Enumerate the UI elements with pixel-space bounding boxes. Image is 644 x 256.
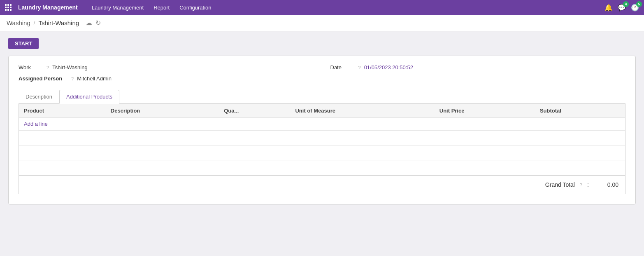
col-unit-price: Unit Price bbox=[435, 104, 535, 117]
products-table: Product Description Qua... Unit of Measu… bbox=[19, 104, 625, 175]
save-cloud-icon[interactable]: ☁ bbox=[86, 19, 92, 27]
grand-total-value: 0.00 bbox=[594, 181, 618, 188]
assigned-person-value: Mitchell Admin bbox=[77, 75, 112, 82]
work-field-row: Work ? Tshirt-Washing bbox=[19, 64, 314, 70]
table-row bbox=[19, 131, 625, 146]
col-quantity: Qua... bbox=[219, 104, 290, 117]
date-field-row: Date ? 01/05/2023 20:50:52 bbox=[330, 64, 626, 70]
topnav-menu: Laundry Management Report Configuration bbox=[88, 2, 216, 13]
menu-report[interactable]: Report bbox=[149, 2, 174, 13]
notifications-bell-icon[interactable]: 🔔 bbox=[604, 4, 613, 12]
add-line-cell: Add a line bbox=[19, 117, 625, 131]
grand-total-help-icon[interactable]: ? bbox=[580, 182, 582, 187]
messages-icon[interactable]: 💬 4 bbox=[618, 4, 626, 12]
grand-total-row: Grand Total ? : 0.00 bbox=[19, 175, 625, 194]
breadcrumb: Washing / Tshirt-Washing ☁ ↻ bbox=[0, 15, 644, 31]
menu-configuration[interactable]: Configuration bbox=[175, 2, 215, 13]
breadcrumb-separator: / bbox=[34, 20, 35, 26]
timer-icon[interactable]: 🕐 5 bbox=[631, 4, 639, 12]
date-label: Date bbox=[330, 64, 355, 70]
grand-total-colon: : bbox=[587, 181, 589, 188]
add-line-link[interactable]: Add a line bbox=[24, 121, 48, 127]
col-unit-of-measure: Unit of Measure bbox=[290, 104, 434, 117]
work-help[interactable]: ? bbox=[46, 65, 49, 70]
breadcrumb-icons: ☁ ↻ bbox=[86, 19, 101, 27]
form-fields-left: Work ? Tshirt-Washing Assigned Person ? … bbox=[19, 64, 314, 82]
work-label: Work bbox=[19, 64, 43, 70]
start-button[interactable]: START bbox=[8, 38, 39, 49]
tabs: Description Additional Products bbox=[19, 90, 625, 104]
form-fields-right: Date ? 01/05/2023 20:50:52 bbox=[330, 64, 626, 82]
add-line-row: Add a line bbox=[19, 117, 625, 131]
table-row bbox=[19, 146, 625, 160]
discard-icon[interactable]: ↻ bbox=[95, 19, 101, 27]
messages-badge: 4 bbox=[623, 1, 629, 7]
col-description: Description bbox=[106, 104, 219, 117]
grid-icon[interactable] bbox=[5, 4, 12, 11]
table-header-row: Product Description Qua... Unit of Measu… bbox=[19, 104, 625, 117]
date-help[interactable]: ? bbox=[358, 65, 361, 70]
assigned-person-field-row: Assigned Person ? Mitchell Admin bbox=[19, 75, 314, 82]
table-row bbox=[19, 160, 625, 175]
col-product: Product bbox=[19, 104, 106, 117]
table-container: Product Description Qua... Unit of Measu… bbox=[19, 104, 625, 194]
tab-additional-products[interactable]: Additional Products bbox=[59, 90, 119, 104]
app-title: Laundry Management bbox=[18, 4, 78, 11]
grand-total-label: Grand Total bbox=[545, 181, 575, 188]
form-card: Work ? Tshirt-Washing Assigned Person ? … bbox=[8, 56, 636, 204]
page-body: START Work ? Tshirt-Washing Assigned Per… bbox=[0, 31, 644, 211]
breadcrumb-parent[interactable]: Washing bbox=[7, 19, 30, 26]
timer-badge: 5 bbox=[636, 1, 642, 7]
topnav-icons: 🔔 💬 4 🕐 5 bbox=[604, 4, 639, 12]
col-subtotal: Subtotal bbox=[535, 104, 625, 117]
menu-laundry[interactable]: Laundry Management bbox=[88, 2, 148, 13]
assigned-person-label: Assigned Person bbox=[19, 75, 68, 82]
breadcrumb-current: Tshirt-Washing bbox=[38, 19, 79, 26]
topnav: Laundry Management Laundry Management Re… bbox=[0, 0, 644, 15]
work-value: Tshirt-Washing bbox=[52, 64, 87, 70]
tab-description[interactable]: Description bbox=[19, 90, 59, 103]
date-value: 01/05/2023 20:50:52 bbox=[364, 64, 413, 70]
form-fields: Work ? Tshirt-Washing Assigned Person ? … bbox=[19, 64, 625, 82]
assigned-person-help[interactable]: ? bbox=[71, 76, 74, 81]
